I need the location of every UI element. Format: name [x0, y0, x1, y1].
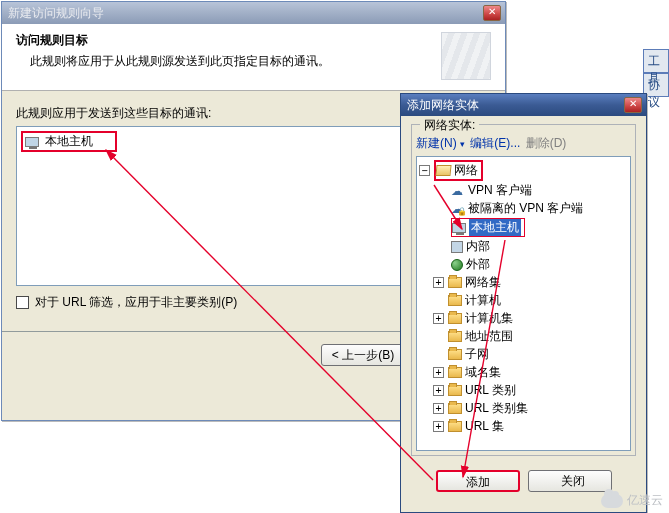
- network-tree[interactable]: − 网络 VPN 客户端 被隔离的 VPN 客户端: [416, 156, 631, 451]
- expand-icon[interactable]: +: [433, 421, 444, 432]
- folder-icon: [448, 277, 462, 288]
- folder-icon: [448, 403, 462, 414]
- delete-link: 删除(D): [526, 136, 567, 150]
- tree-node-external[interactable]: 外部: [419, 256, 628, 273]
- globe-icon: [451, 259, 463, 271]
- tree-node-addr-range[interactable]: 地址范围: [419, 328, 628, 345]
- bg-protocol-label: 协议: [648, 77, 669, 111]
- close-icon[interactable]: ✕: [483, 5, 501, 21]
- add-entity-window: 添加网络实体 ✕ 网络实体: 新建(N) ▾ 编辑(E)... 删除(D) − …: [400, 93, 647, 513]
- entity-body: 网络实体: 新建(N) ▾ 编辑(E)... 删除(D) − 网络: [401, 116, 646, 462]
- tree-node-computer[interactable]: 计算机: [419, 292, 628, 309]
- back-button[interactable]: < 上一步(B): [321, 344, 405, 366]
- folder-icon: [448, 313, 462, 324]
- expand-icon[interactable]: +: [433, 385, 444, 396]
- tree-node-isolated-vpn[interactable]: 被隔离的 VPN 客户端: [419, 200, 628, 217]
- folder-icon: [448, 385, 462, 396]
- wizard-description: 此规则将应用于从此规则源发送到此页指定目标的通讯。: [16, 53, 330, 70]
- folder-icon: [448, 295, 462, 306]
- chevron-down-icon: ▾: [460, 139, 465, 149]
- folder-open-icon: [435, 165, 451, 176]
- tree-node-url-category[interactable]: + URL 类别: [419, 382, 628, 399]
- edit-link[interactable]: 编辑(E)...: [470, 136, 520, 150]
- folder-icon: [448, 421, 462, 432]
- entity-titlebar[interactable]: 添加网络实体 ✕: [401, 94, 646, 116]
- entity-title: 添加网络实体: [407, 97, 479, 114]
- expand-icon[interactable]: +: [433, 403, 444, 414]
- tree-node-url-category-set[interactable]: + URL 类别集: [419, 400, 628, 417]
- url-filter-checkbox[interactable]: [16, 296, 29, 309]
- computer-icon: [25, 137, 39, 147]
- tree-node-vpn-client[interactable]: VPN 客户端: [419, 182, 628, 199]
- wizard-title: 新建访问规则向导: [8, 5, 104, 22]
- wizard-subtitle: 访问规则目标: [16, 32, 330, 49]
- tree-node-domain-set[interactable]: + 域名集: [419, 364, 628, 381]
- cloud-lock-icon: [451, 203, 465, 215]
- cloud-logo-icon: [601, 494, 623, 508]
- tree-node-computer-set[interactable]: + 计算机集: [419, 310, 628, 327]
- folder-icon: [448, 331, 462, 342]
- tree-node-network-set[interactable]: + 网络集: [419, 274, 628, 291]
- list-item-label: 本地主机: [45, 133, 93, 150]
- tree-node-localhost[interactable]: 本地主机: [419, 218, 628, 237]
- url-filter-label: 对于 URL 筛选，应用于非主要类别(P): [35, 294, 237, 311]
- tree-node-internal[interactable]: 内部: [419, 238, 628, 255]
- watermark: 亿速云: [601, 492, 663, 509]
- new-menu[interactable]: 新建(N) ▾: [416, 136, 465, 150]
- close-icon[interactable]: ✕: [624, 97, 642, 113]
- computer-icon: [452, 223, 466, 233]
- wizard-titlebar[interactable]: 新建访问规则向导 ✕: [2, 2, 505, 24]
- list-item-localhost[interactable]: 本地主机: [21, 131, 117, 152]
- close-button[interactable]: 关闭: [528, 470, 612, 492]
- group-legend: 网络实体:: [420, 117, 479, 134]
- folder-icon: [448, 349, 462, 360]
- network-entity-group: 网络实体: 新建(N) ▾ 编辑(E)... 删除(D) − 网络: [411, 124, 636, 456]
- tree-node-networks[interactable]: − 网络: [419, 160, 628, 181]
- collapse-icon[interactable]: −: [419, 165, 430, 176]
- internal-network-icon: [451, 241, 463, 253]
- tree-node-url-set[interactable]: + URL 集: [419, 418, 628, 435]
- expand-icon[interactable]: +: [433, 277, 444, 288]
- add-button[interactable]: 添加: [436, 470, 520, 492]
- tree-node-subnet[interactable]: 子网: [419, 346, 628, 363]
- canvas: 新建访问规则向导 ✕ 访问规则目标 此规则将应用于从此规则源发送到此页指定目标的…: [0, 0, 669, 513]
- expand-icon[interactable]: +: [433, 313, 444, 324]
- wizard-banner-icon: [441, 32, 491, 80]
- wizard-header: 访问规则目标 此规则将应用于从此规则源发送到此页指定目标的通讯。: [2, 24, 505, 91]
- folder-icon: [448, 367, 462, 378]
- entity-toolbar: 新建(N) ▾ 编辑(E)... 删除(D): [416, 135, 631, 152]
- expand-icon[interactable]: +: [433, 367, 444, 378]
- cloud-icon: [451, 185, 465, 197]
